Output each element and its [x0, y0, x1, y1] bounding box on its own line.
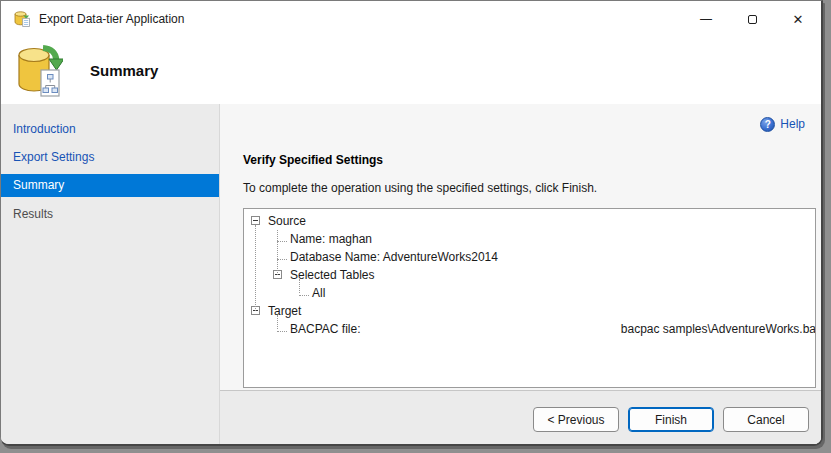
help-link[interactable]: ? Help — [220, 111, 821, 137]
tree-item-label: Name: maghan — [290, 232, 372, 246]
export-database-icon — [15, 44, 63, 98]
tree-item-bacpac-file[interactable]: BACPAC file:bacpac samples\AdventureWork… — [244, 320, 815, 338]
maximize-button[interactable] — [729, 1, 775, 37]
tree-connector — [277, 331, 287, 332]
summary-content: Verify Specified Settings To complete th… — [220, 137, 821, 390]
tree-item-label: Selected Tables — [290, 268, 375, 282]
tree-item-source[interactable]: Source — [244, 212, 815, 230]
page-title: Summary — [90, 62, 158, 79]
sidebar-item-summary[interactable]: Summary — [1, 174, 219, 197]
tree-item-label: BACPAC file: — [290, 322, 360, 336]
tree-item-name-maghan[interactable]: Name: maghan — [244, 230, 815, 248]
app-icon — [14, 11, 30, 27]
summary-tree[interactable]: SourceName: maghanDatabase Name: Adventu… — [243, 208, 816, 388]
instruction-text: To complete the operation using the spec… — [243, 181, 813, 195]
tree-connector — [277, 241, 287, 242]
tree-connector — [277, 315, 278, 329]
export-dta-wizard-window: Export Data-tier Application — ✕ — [0, 0, 823, 446]
minimize-icon: — — [700, 12, 712, 26]
main-panel: ? Help Verify Specified Settings To comp… — [219, 104, 821, 444]
window-title: Export Data-tier Application — [39, 12, 184, 26]
close-icon: ✕ — [793, 12, 804, 27]
wizard-header: Summary — [1, 37, 821, 104]
footer-buttons: < PreviousFinishCancel — [533, 407, 809, 432]
sidebar-item-export-settings[interactable]: Export Settings — [1, 143, 219, 171]
minimize-button[interactable]: — — [683, 1, 729, 37]
cancel-button[interactable]: Cancel — [723, 407, 809, 432]
tree-item-all[interactable]: All — [244, 284, 815, 302]
previous-button[interactable]: < Previous — [533, 407, 619, 432]
title-bar: Export Data-tier Application — ✕ — [1, 1, 821, 37]
close-button[interactable]: ✕ — [775, 1, 821, 37]
tree-item-label: Target — [268, 304, 301, 318]
tree-collapse-icon[interactable] — [251, 216, 260, 225]
tree-connector — [277, 259, 287, 260]
help-label: Help — [780, 117, 805, 131]
verify-settings-heading: Verify Specified Settings — [243, 153, 813, 167]
tree-connector — [277, 230, 278, 275]
tree-item-label: Database Name: AdventureWorks2014 — [290, 250, 498, 264]
wizard-body: IntroductionExport SettingsSummaryResult… — [1, 104, 821, 444]
tree-item-label: All — [312, 286, 325, 300]
tree-connector — [299, 295, 309, 296]
bacpac-path-value: bacpac samples\AdventureWorks.ba — [621, 322, 816, 336]
wizard-nav: IntroductionExport SettingsSummaryResult… — [1, 104, 219, 444]
tree-connector — [299, 279, 300, 293]
help-icon: ? — [760, 117, 775, 132]
tree-item-label: Source — [268, 214, 306, 228]
finish-button[interactable]: Finish — [628, 407, 714, 432]
wizard-footer: < PreviousFinishCancel — [220, 390, 821, 444]
sidebar-item-results[interactable]: Results — [1, 200, 219, 228]
maximize-icon — [748, 15, 757, 24]
screenshot-canvas: Export Data-tier Application — ✕ — [0, 0, 831, 453]
tree-item-target[interactable]: Target — [244, 302, 815, 320]
window-controls: — ✕ — [683, 1, 821, 37]
tree-item-selected-tables[interactable]: Selected Tables — [244, 266, 815, 284]
sidebar-item-introduction[interactable]: Introduction — [1, 115, 219, 143]
tree-item-database-name-adventureworks2014[interactable]: Database Name: AdventureWorks2014 — [244, 248, 815, 266]
tree-connector — [255, 225, 256, 311]
